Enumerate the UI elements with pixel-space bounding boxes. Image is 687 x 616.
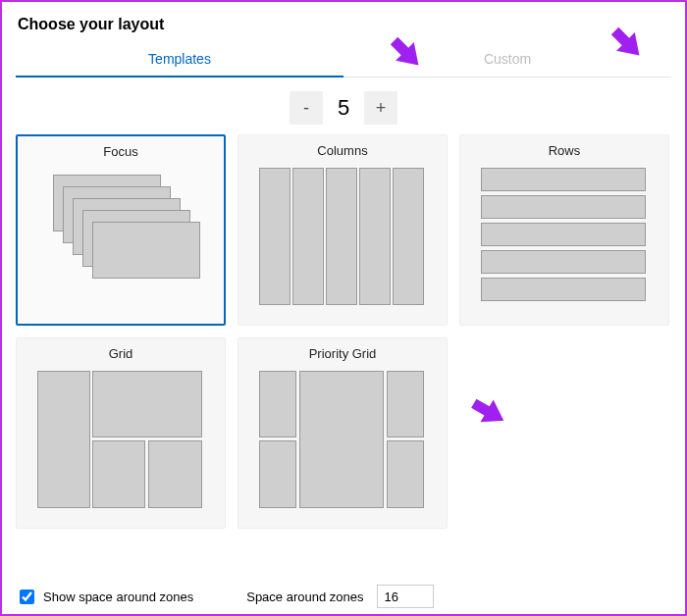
show-space-checkbox[interactable] — [20, 590, 34, 604]
increase-button[interactable]: + — [364, 91, 397, 125]
template-label: Grid — [109, 346, 133, 361]
tab-custom[interactable]: Custom — [344, 43, 671, 77]
preview-priority-grid — [255, 371, 430, 508]
preview-grid — [33, 371, 208, 508]
template-label: Columns — [317, 143, 367, 158]
template-label: Focus — [103, 144, 137, 159]
preview-rows — [477, 168, 652, 305]
template-label: Priority Grid — [309, 346, 377, 361]
template-grid[interactable]: Grid — [16, 337, 226, 529]
show-space-checkbox-label[interactable]: Show space around zones — [16, 587, 193, 607]
template-columns[interactable]: Columns — [238, 134, 448, 326]
template-label: Rows — [549, 143, 581, 158]
page-title: Choose your layout — [18, 16, 671, 33]
zone-count-stepper: - 5 + — [16, 91, 671, 125]
decrease-button[interactable]: - — [290, 91, 323, 125]
template-rows[interactable]: Rows — [459, 134, 669, 326]
template-focus[interactable]: Focus — [16, 134, 226, 326]
template-cards: Focus Columns Rows — [16, 134, 671, 529]
preview-columns — [255, 168, 430, 305]
tabs: Templates Custom — [16, 43, 671, 77]
template-priority-grid[interactable]: Priority Grid — [238, 337, 448, 529]
zone-count-value: 5 — [329, 91, 358, 125]
space-around-zones-input[interactable] — [377, 585, 434, 608]
show-space-text: Show space around zones — [43, 590, 193, 604]
footer: Show space around zones Space around zon… — [16, 585, 671, 608]
space-around-zones-label: Space around zones — [246, 590, 363, 604]
tab-templates[interactable]: Templates — [16, 43, 344, 77]
preview-focus — [33, 169, 208, 306]
